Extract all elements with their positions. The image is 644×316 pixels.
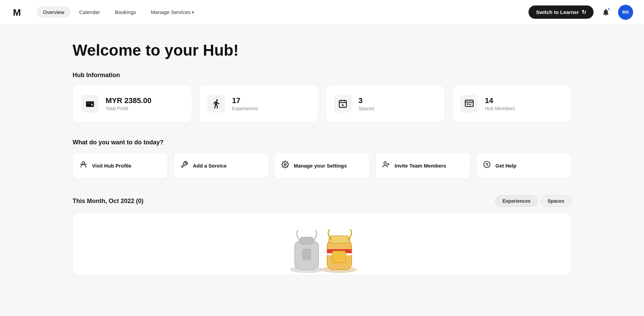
svg-point-14 (82, 162, 85, 164)
svg-rect-4 (91, 104, 93, 105)
logo-icon: M (11, 5, 26, 20)
empty-illustration (267, 217, 377, 275)
page-title: Welcome to your Hub! (73, 41, 571, 59)
nav-right: Switch to Learner ↻ MS (528, 5, 633, 20)
members-icon-wrap (460, 95, 478, 113)
svg-rect-2 (86, 101, 94, 107)
action-visit-hub-profile[interactable]: Visit Hub Profile (73, 152, 168, 179)
actions-title: What do you want to do today? (73, 139, 571, 146)
monthly-tabs: Experiences Spaces (495, 195, 571, 207)
stat-card-profit: MYR 2385.00 Total Profit (73, 85, 192, 123)
actions-grid: Visit Hub Profile Add a Service Man (73, 152, 571, 179)
experiences-icon-wrap (208, 95, 225, 113)
add-service-icon (181, 161, 188, 170)
stat-card-hub-members: 14 Hub Members (452, 85, 571, 123)
visit-hub-profile-label: Visit Hub Profile (92, 163, 132, 169)
tab-spaces[interactable]: Spaces (540, 195, 571, 207)
monthly-header: This Month, Oct 2022 (0) Experiences Spa… (73, 195, 571, 207)
help-icon (483, 161, 491, 170)
action-get-help[interactable]: Get Help (476, 152, 571, 179)
nav-links: Overview Calendar Bookings Manage Servic… (37, 6, 528, 18)
experiences-value: 17 (232, 96, 258, 105)
avatar: MS (618, 5, 633, 20)
notification-dot (607, 8, 610, 11)
svg-rect-13 (469, 105, 471, 105)
nav-link-manage-services[interactable]: Manage Services ▾ (145, 6, 200, 18)
stat-card-experiences: 17 Experiences (199, 85, 319, 123)
experiences-icon (211, 99, 221, 109)
spaces-icon-wrap (334, 95, 352, 113)
wallet-icon (85, 99, 95, 109)
logo[interactable]: M (11, 5, 26, 20)
switch-icon: ↻ (582, 9, 586, 15)
action-invite-team[interactable]: Invite Team Members (375, 152, 471, 179)
svg-point-11 (467, 103, 469, 105)
nav-link-calendar[interactable]: Calendar (73, 6, 106, 18)
spaces-value: 3 (358, 96, 374, 105)
svg-rect-24 (303, 249, 311, 259)
svg-point-16 (384, 162, 386, 164)
avatar-button[interactable]: MS (618, 5, 633, 20)
empty-state-illustration (73, 213, 571, 275)
spaces-label: Spaces (358, 106, 374, 111)
main-content: Welcome to your Hub! Hub Information MYR… (56, 25, 588, 275)
hub-members-label: Hub Members (485, 106, 515, 111)
monthly-title: This Month, Oct 2022 (0) (73, 198, 143, 205)
monthly-section: This Month, Oct 2022 (0) Experiences Spa… (73, 195, 571, 275)
profit-label: Total Profit (106, 106, 152, 111)
action-manage-settings[interactable]: Manage your Settings (274, 152, 370, 179)
svg-point-15 (284, 163, 286, 166)
invite-team-label: Invite Team Members (395, 163, 446, 169)
get-help-label: Get Help (495, 163, 517, 169)
svg-text:M: M (13, 7, 21, 18)
settings-icon (281, 161, 289, 170)
monthly-chart-area (73, 213, 571, 275)
chevron-down-icon: ▾ (192, 10, 194, 15)
members-icon (464, 99, 474, 109)
calendar-star-icon (338, 99, 348, 109)
svg-rect-3 (86, 103, 94, 104)
svg-rect-12 (469, 104, 472, 104)
hub-profile-icon (80, 161, 87, 170)
manage-settings-label: Manage your Settings (294, 163, 347, 169)
hub-info-title: Hub Information (73, 72, 571, 79)
notifications-button[interactable] (599, 5, 613, 19)
add-service-label: Add a Service (193, 163, 227, 169)
experiences-label: Experiences (232, 106, 258, 111)
svg-rect-9 (465, 100, 473, 107)
profit-value: MYR 2385.00 (106, 96, 152, 105)
navbar: M Overview Calendar Bookings Manage Serv… (0, 0, 644, 25)
tab-experiences[interactable]: Experiences (495, 195, 538, 207)
svg-rect-23 (300, 237, 313, 244)
action-add-service[interactable]: Add a Service (173, 152, 269, 179)
hub-members-value: 14 (485, 96, 515, 105)
stats-grid: MYR 2385.00 Total Profit 17 Experiences (73, 85, 571, 123)
wallet-icon-wrap (81, 95, 99, 113)
invite-team-icon (382, 161, 390, 170)
switch-learner-button[interactable]: Switch to Learner ↻ (528, 5, 594, 19)
svg-rect-29 (329, 236, 350, 243)
nav-link-overview[interactable]: Overview (37, 6, 71, 18)
svg-rect-30 (332, 251, 346, 263)
stat-card-spaces: 3 Spaces (325, 85, 445, 123)
actions-section: What do you want to do today? Visit Hub … (73, 139, 571, 179)
nav-link-bookings[interactable]: Bookings (109, 6, 142, 18)
hub-information-section: Hub Information MYR 2385.00 Total Profit (73, 72, 571, 123)
